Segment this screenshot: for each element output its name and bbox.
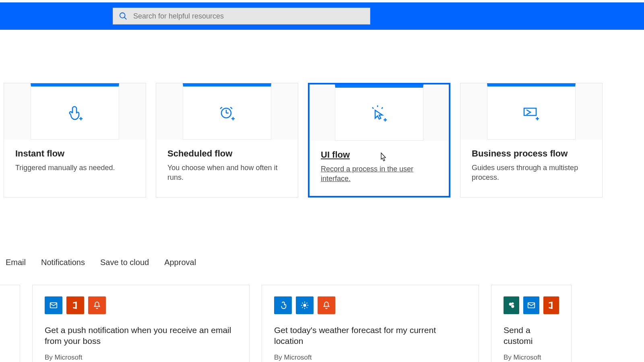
category-tabs: Email Notifications Save to cloud Approv… bbox=[0, 258, 644, 267]
svg-point-27 bbox=[509, 302, 512, 305]
svg-point-29 bbox=[512, 302, 514, 304]
tab-notifications[interactable]: Notifications bbox=[41, 258, 85, 267]
svg-line-26 bbox=[307, 302, 308, 303]
bell-icon bbox=[318, 296, 335, 314]
cursor-plus-icon bbox=[369, 105, 389, 124]
svg-line-23 bbox=[302, 302, 303, 303]
template-by: By Microsoft bbox=[504, 354, 559, 362]
tab-approval[interactable]: Approval bbox=[164, 258, 196, 267]
template-card[interactable]: hments to OneDrive for bbox=[0, 285, 20, 362]
template-card[interactable]: Get a push notification when you receive… bbox=[32, 285, 250, 362]
search-input[interactable] bbox=[133, 12, 364, 21]
bell-icon bbox=[88, 296, 106, 314]
svg-line-1 bbox=[124, 17, 127, 20]
flow-card-instant[interactable]: Instant flow Triggered manually as neede… bbox=[4, 83, 146, 197]
icon-strip bbox=[274, 296, 466, 314]
template-title: Send a customi bbox=[504, 325, 559, 347]
top-bar bbox=[0, 0, 644, 30]
flow-card-scheduled[interactable]: Scheduled flow You choose when and how o… bbox=[156, 83, 298, 197]
flow-card-ui[interactable]: UI flow Record a process in the user int… bbox=[308, 83, 450, 197]
svg-point-28 bbox=[511, 305, 514, 308]
template-title: Get a push notification when you receive… bbox=[45, 325, 237, 347]
template-by: By Microsoft bbox=[45, 354, 237, 362]
office-icon bbox=[66, 296, 84, 314]
outlook-icon bbox=[45, 296, 62, 314]
sun-icon bbox=[296, 296, 314, 314]
flow-card-desc: Guides users through a multistep process… bbox=[472, 163, 591, 183]
flow-card-title: UI flow bbox=[321, 150, 438, 160]
svg-line-24 bbox=[307, 307, 308, 308]
icon-strip bbox=[504, 296, 559, 314]
flow-card-title: Instant flow bbox=[15, 148, 134, 159]
sharepoint-icon bbox=[504, 296, 519, 314]
tab-save-to-cloud[interactable]: Save to cloud bbox=[100, 258, 149, 267]
template-card[interactable]: Send a customi By Microsoft bbox=[491, 285, 572, 362]
template-row: hments to OneDrive for Get a push notifi… bbox=[0, 285, 644, 362]
flow-card-desc: Triggered manually as needed. bbox=[15, 163, 134, 173]
touch-icon bbox=[274, 296, 292, 314]
template-title: hments to OneDrive for bbox=[0, 296, 8, 307]
template-title: Get today's weather forecast for my curr… bbox=[274, 325, 466, 347]
flow-card-desc: You choose when and how often it runs. bbox=[167, 163, 287, 183]
search-box[interactable] bbox=[113, 8, 370, 25]
search-icon bbox=[119, 12, 128, 21]
svg-line-25 bbox=[302, 307, 303, 308]
clock-plus-icon bbox=[217, 103, 237, 123]
svg-line-11 bbox=[382, 107, 383, 109]
office-icon bbox=[543, 296, 559, 314]
flow-card-title: Scheduled flow bbox=[167, 148, 287, 159]
template-by: By Microsoft bbox=[274, 354, 466, 362]
template-card[interactable]: Get today's weather forecast for my curr… bbox=[262, 285, 479, 362]
flow-type-row: . Instant flow Triggered manually as nee… bbox=[0, 83, 644, 197]
svg-line-10 bbox=[372, 107, 374, 109]
tab-email[interactable]: Email bbox=[6, 258, 26, 267]
svg-point-18 bbox=[303, 304, 306, 306]
process-plus-icon bbox=[522, 103, 541, 123]
touch-plus-icon bbox=[65, 103, 85, 123]
outlook-icon bbox=[523, 296, 539, 314]
page-title: ow bbox=[0, 30, 644, 55]
flow-card-title: Business process flow bbox=[472, 148, 591, 159]
svg-point-0 bbox=[120, 13, 125, 18]
icon-strip bbox=[45, 296, 237, 314]
flow-card-desc: Record a process in the user interface. bbox=[321, 164, 438, 184]
flow-card-business[interactable]: Business process flow Guides users throu… bbox=[460, 83, 603, 197]
